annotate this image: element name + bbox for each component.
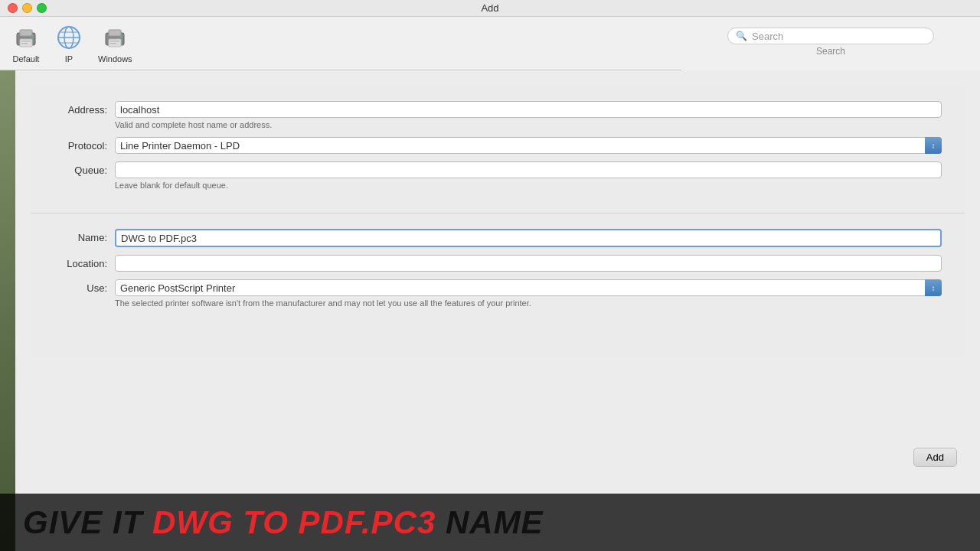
use-hint: The selected printer software isn't from…: [115, 298, 942, 308]
location-input[interactable]: [115, 255, 942, 272]
toolbar-item-ip[interactable]: IP: [55, 24, 83, 64]
toolbar: Default IP Windows: [0, 17, 980, 70]
use-row: Use: Generic PostScript Printer ↕ The se…: [54, 279, 942, 308]
address-field: Valid and complete host name or address.: [115, 101, 942, 129]
close-button[interactable]: [8, 3, 18, 13]
svg-point-14: [119, 35, 122, 38]
section-bottom: Name: Location: Use: Generic PostScript …: [31, 214, 965, 358]
protocol-select-wrapper: Line Printer Daemon - LPD ↕: [115, 137, 942, 154]
windows-printer-icon: [101, 24, 129, 51]
section-top: Address: Valid and complete host name or…: [31, 86, 965, 214]
queue-label: Queue:: [54, 161, 115, 176]
svg-rect-1: [20, 30, 32, 36]
use-select-arrow: ↕: [925, 279, 942, 296]
address-hint: Valid and complete host name or address.: [115, 120, 942, 129]
maximize-button[interactable]: [37, 3, 47, 13]
svg-rect-15: [110, 41, 119, 42]
search-icon: 🔍: [736, 31, 747, 41]
use-select-wrapper: Generic PostScript Printer ↕: [115, 279, 942, 296]
location-label: Location:: [54, 255, 115, 269]
ip-icon: [55, 24, 83, 51]
minimize-button[interactable]: [22, 3, 32, 13]
use-field: Generic PostScript Printer ↕ The selecte…: [115, 279, 942, 308]
address-row: Address: Valid and complete host name or…: [54, 101, 942, 129]
queue-field: Leave blank for default queue.: [115, 161, 942, 190]
windows-label: Windows: [98, 54, 132, 64]
svg-point-3: [31, 35, 34, 38]
banner-part1: Give it: [23, 504, 152, 540]
queue-input[interactable]: [115, 161, 942, 178]
window-controls: [8, 3, 47, 13]
search-placeholder: Search: [752, 31, 783, 42]
use-label: Use:: [54, 279, 115, 294]
ip-label: IP: [65, 54, 73, 64]
queue-row: Queue: Leave blank for default queue.: [54, 161, 942, 190]
protocol-label: Protocol:: [54, 137, 115, 152]
window-title: Add: [481, 2, 498, 14]
titlebar: Add: [0, 0, 980, 17]
search-sublabel: Search: [816, 46, 845, 57]
name-field: [115, 229, 942, 247]
search-area: 🔍 Search Search: [681, 17, 980, 70]
location-row: Location:: [54, 255, 942, 272]
protocol-row: Protocol: Line Printer Daemon - LPD ↕: [54, 137, 942, 154]
svg-rect-16: [110, 43, 116, 44]
dialog: Address: Valid and complete host name or…: [15, 70, 980, 551]
svg-rect-4: [21, 41, 31, 42]
toolbar-item-default[interactable]: Default: [12, 24, 40, 64]
bottom-banner: Give it DWG TO PDF.PC3 NAME: [0, 494, 980, 551]
banner-content: Give it DWG TO PDF.PC3 NAME: [23, 504, 544, 541]
location-field: [115, 255, 942, 272]
name-label: Name:: [54, 229, 115, 243]
protocol-field: Line Printer Daemon - LPD ↕: [115, 137, 942, 154]
default-label: Default: [13, 54, 40, 64]
protocol-select-arrow: ↕: [925, 137, 942, 154]
banner-part2: DWG TO PDF.PC3: [152, 504, 436, 540]
add-button[interactable]: Add: [913, 448, 957, 467]
queue-hint: Leave blank for default queue.: [115, 181, 942, 190]
use-select[interactable]: Generic PostScript Printer: [115, 279, 942, 296]
search-box[interactable]: 🔍 Search: [727, 28, 934, 44]
name-input[interactable]: [115, 229, 942, 247]
banner-part3: NAME: [436, 504, 543, 540]
toolbar-item-windows[interactable]: Windows: [98, 24, 132, 64]
default-printer-icon: [12, 24, 40, 51]
address-input[interactable]: [115, 101, 942, 118]
svg-rect-5: [21, 43, 28, 44]
address-label: Address:: [54, 101, 115, 116]
protocol-select[interactable]: Line Printer Daemon - LPD: [115, 137, 942, 154]
svg-rect-12: [109, 30, 121, 36]
name-row: Name:: [54, 229, 942, 247]
